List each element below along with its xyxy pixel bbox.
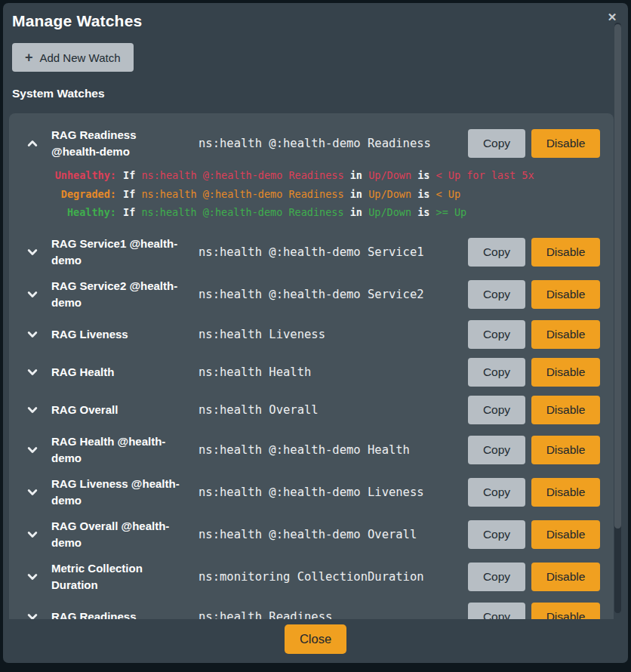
condition-value: ns:health @:health-demo Readiness	[141, 206, 343, 218]
condition-keyword: is	[411, 169, 436, 181]
condition-value: Up/Down	[368, 206, 411, 218]
copy-button[interactable]: Copy	[468, 603, 525, 620]
disable-button[interactable]: Disable	[531, 478, 600, 507]
plus-icon: +	[25, 51, 33, 64]
copy-button[interactable]: Copy	[468, 436, 525, 464]
watch-name: RAG Readiness	[51, 609, 186, 620]
condition-value: Up/Down	[368, 188, 411, 200]
condition-value: < Up	[436, 188, 461, 200]
watch-name: RAG Overall @health-demo	[51, 518, 186, 551]
disable-button[interactable]: Disable	[531, 280, 600, 309]
watch-row: RAG Overall ns:health Overall Copy Disab…	[9, 391, 614, 429]
watch-name: RAG Overall	[51, 402, 186, 418]
chevron-down-icon[interactable]	[27, 247, 38, 257]
manage-watches-modal: Manage Watches ✕ + Add New Watch System …	[3, 3, 628, 663]
watch-row: RAG Service1 @health-demo ns:health @:he…	[9, 231, 614, 273]
add-new-watch-label: Add New Watch	[40, 51, 121, 64]
chevron-up-icon[interactable]	[27, 138, 38, 149]
disable-button[interactable]: Disable	[531, 603, 600, 620]
watch-row: Metric Collection Duration ns:monitoring…	[9, 556, 614, 598]
condition-keyword: in	[344, 188, 369, 200]
condition-line: Degraded:If ns:health @:health-demo Read…	[54, 185, 614, 204]
page-title: Manage Watches	[12, 12, 142, 30]
watch-query: ns:health @:health-demo Overall	[199, 528, 462, 541]
disable-button[interactable]: Disable	[531, 563, 600, 591]
disable-button[interactable]: Disable	[531, 520, 600, 549]
condition-keyword: If	[123, 188, 141, 200]
chevron-down-icon[interactable]	[27, 612, 38, 620]
condition-keyword: is	[411, 206, 436, 218]
disable-button[interactable]: Disable	[531, 358, 600, 387]
condition-label: Degraded:	[54, 185, 116, 204]
copy-button[interactable]: Copy	[468, 478, 525, 507]
copy-button[interactable]: Copy	[468, 280, 525, 309]
disable-button[interactable]: Disable	[531, 238, 600, 267]
watch-query: ns:health Health	[199, 365, 462, 379]
watch-row: RAG Overall @health-demo ns:health @:hea…	[9, 513, 614, 556]
watch-query: ns:monitoring CollectionDuration	[199, 570, 462, 584]
condition-keyword: is	[411, 188, 436, 200]
disable-button[interactable]: Disable	[531, 396, 600, 424]
condition-keyword: in	[344, 169, 369, 181]
condition-value: < Up for last 5x	[436, 169, 534, 181]
section-title: System Watches	[12, 87, 105, 100]
watch-row: RAG Readiness @health-demo ns:health @:h…	[9, 122, 614, 231]
watch-query: ns:health Liveness	[199, 328, 462, 341]
scrollbar-track[interactable]	[614, 23, 621, 613]
condition-keyword: If	[123, 206, 141, 218]
watch-name: RAG Health	[51, 364, 186, 381]
watch-row: RAG Health @health-demo ns:health @:heal…	[9, 429, 614, 471]
copy-button[interactable]: Copy	[468, 320, 525, 349]
copy-button[interactable]: Copy	[468, 358, 525, 387]
condition-value: ns:health @:health-demo Readiness	[141, 188, 343, 200]
disable-button[interactable]: Disable	[531, 129, 600, 158]
copy-button[interactable]: Copy	[468, 129, 525, 158]
watch-name: RAG Service2 @health-demo	[51, 278, 186, 311]
watch-query: ns:health @:health-demo Service2	[199, 288, 462, 301]
watch-list: RAG Readiness @health-demo ns:health @:h…	[9, 113, 614, 619]
condition-label: Healthy:	[54, 203, 116, 222]
watch-name: RAG Health @health-demo	[51, 433, 186, 467]
watch-name: RAG Readiness @health-demo	[51, 127, 186, 160]
chevron-down-icon[interactable]	[27, 572, 38, 582]
condition-value: ns:health @:health-demo Readiness	[141, 169, 343, 181]
chevron-down-icon[interactable]	[27, 445, 38, 455]
condition-value: Up/Down	[368, 169, 411, 181]
chevron-down-icon[interactable]	[27, 405, 38, 415]
watch-query: ns:health @:health-demo Liveness	[199, 486, 462, 499]
condition-line: Healthy:If ns:health @:health-demo Readi…	[54, 203, 614, 222]
watch-conditions: Unhealthy:If ns:health @:health-demo Rea…	[9, 165, 614, 231]
chevron-down-icon[interactable]	[27, 289, 38, 300]
watch-query: ns:health @:health-demo Service1	[199, 245, 462, 259]
watch-name: Metric Collection Duration	[51, 560, 186, 593]
watch-row: RAG Readiness ns:health Readiness Copy D…	[9, 598, 614, 620]
copy-button[interactable]: Copy	[468, 563, 525, 591]
watch-name: RAG Service1 @health-demo	[51, 236, 186, 269]
watch-row: RAG Liveness ns:health Liveness Copy Dis…	[9, 316, 614, 353]
condition-value: >= Up	[436, 206, 467, 218]
disable-button[interactable]: Disable	[531, 436, 600, 464]
watch-query: ns:health @:health-demo Readiness	[199, 137, 462, 150]
watch-name: RAG Liveness @health-demo	[51, 476, 186, 509]
watch-row: RAG Service2 @health-demo ns:health @:he…	[9, 273, 614, 316]
copy-button[interactable]: Copy	[468, 238, 525, 267]
chevron-down-icon[interactable]	[27, 367, 38, 378]
copy-button[interactable]: Copy	[468, 396, 525, 424]
close-button[interactable]: Close	[285, 624, 346, 654]
chevron-down-icon[interactable]	[27, 487, 38, 498]
watch-name: RAG Liveness	[51, 326, 186, 343]
watch-query: ns:health Overall	[199, 403, 462, 417]
watch-query: ns:health @:health-demo Health	[199, 443, 462, 457]
add-new-watch-button[interactable]: + Add New Watch	[12, 43, 134, 72]
condition-label: Unhealthy:	[54, 166, 116, 185]
chevron-down-icon[interactable]	[27, 529, 38, 540]
scrollbar-thumb[interactable]	[614, 24, 621, 529]
condition-keyword: in	[344, 206, 369, 218]
watch-row: RAG Liveness @health-demo ns:health @:he…	[9, 471, 614, 513]
condition-line: Unhealthy:If ns:health @:health-demo Rea…	[54, 166, 614, 185]
watch-query: ns:health Readiness	[199, 610, 462, 620]
condition-keyword: If	[123, 169, 141, 181]
copy-button[interactable]: Copy	[468, 520, 525, 549]
disable-button[interactable]: Disable	[531, 320, 600, 349]
chevron-down-icon[interactable]	[27, 329, 38, 340]
